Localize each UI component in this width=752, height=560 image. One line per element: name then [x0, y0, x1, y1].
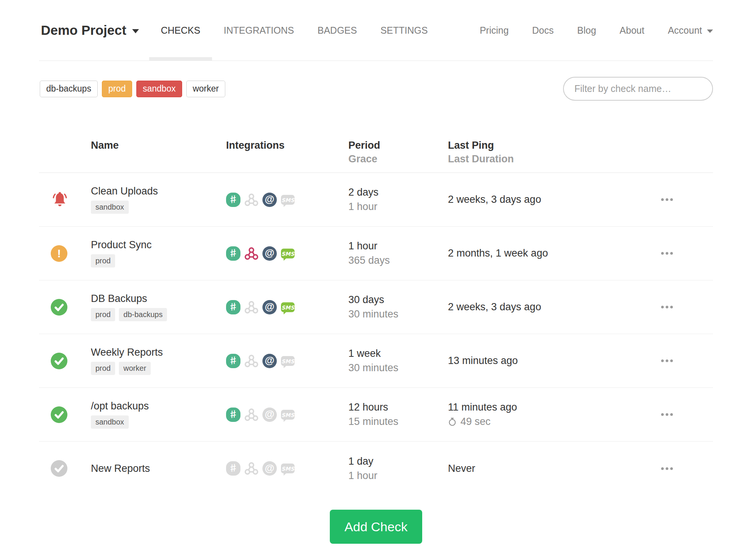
webhook-icon [244, 461, 259, 476]
integrations-cell: # @ SMS [226, 193, 348, 207]
nav-link-pricing[interactable]: Pricing [468, 0, 520, 61]
period-cell: 2 days 1 hour [348, 187, 448, 213]
webhook-icon [244, 408, 259, 422]
last-ping-cell: 2 months, 1 week ago [448, 247, 652, 259]
account-label: Account [668, 25, 702, 36]
tag-chip: db-backups [119, 308, 167, 321]
period-value: 30 days [348, 294, 448, 306]
header-period-grace: Period Grace [348, 138, 448, 166]
tab-settings[interactable]: SETTINGS [369, 0, 440, 61]
page: Demo Project CHECKSINTEGRATIONSBADGESSET… [39, 0, 713, 544]
row-menu-button[interactable] [657, 301, 677, 313]
nav-link-about[interactable]: About [608, 0, 656, 61]
status-cell [39, 460, 91, 477]
nav-links: PricingDocsBlogAbout Account [468, 0, 713, 61]
last-ping-value: 2 months, 1 week ago [448, 247, 652, 259]
checks-table-body: Clean Uploads sandbox # @ SMS 2 days [39, 173, 713, 495]
chevron-down-icon [707, 30, 713, 33]
slack-icon: # [226, 246, 240, 261]
header-grace: Grace [348, 152, 448, 166]
nav-link-blog[interactable]: Blog [565, 0, 608, 61]
period-cell: 1 hour 365 days [348, 240, 448, 266]
check-name[interactable]: DB Backups [91, 293, 226, 305]
last-ping-value: 11 minutes ago [448, 401, 652, 413]
row-menu-button[interactable] [657, 409, 677, 420]
check-tags: prod [91, 254, 226, 268]
filter-tag-worker[interactable]: worker [186, 81, 225, 97]
header-integrations: Integrations [226, 138, 348, 152]
tag-filters: db-backupsprodsandboxworker [40, 81, 225, 97]
account-menu[interactable]: Account [656, 0, 713, 61]
add-check-button[interactable]: Add Check [330, 510, 422, 544]
period-value: 1 week [348, 348, 448, 359]
row-menu-button[interactable] [657, 463, 677, 474]
tag-chip: prod [91, 254, 115, 268]
check-name[interactable]: /opt backups [91, 400, 226, 412]
top-nav: Demo Project CHECKSINTEGRATIONSBADGESSET… [39, 0, 713, 61]
sms-icon: SMS [281, 300, 295, 314]
header-last-duration: Last Duration [448, 152, 652, 166]
project-menu[interactable]: Demo Project [41, 23, 139, 38]
tab-checks[interactable]: CHECKS [149, 0, 212, 61]
check-name[interactable]: Product Sync [91, 239, 226, 251]
check-name[interactable]: New Reports [91, 463, 226, 474]
period-value: 12 hours [348, 401, 448, 413]
tag-chip: sandbox [91, 201, 129, 214]
integrations-cell: # @ SMS [226, 408, 348, 422]
row-menu-cell [652, 409, 713, 420]
period-value: 1 hour [348, 240, 448, 252]
name-cell: Weekly Reports prodworker [91, 347, 226, 375]
period-value: 2 days [348, 187, 448, 198]
tab-badges[interactable]: BADGES [306, 0, 368, 61]
period-cell: 1 day 1 hour [348, 456, 448, 482]
email-icon: @ [262, 461, 277, 476]
ellipsis-icon [661, 252, 664, 255]
chevron-down-icon [132, 29, 139, 33]
svg-text:SMS: SMS [281, 305, 295, 311]
filter-tag-sandbox[interactable]: sandbox [136, 81, 182, 97]
integrations-cell: # @ SMS [226, 300, 348, 314]
nav-link-docs[interactable]: Docs [520, 0, 565, 61]
sms-icon: SMS [281, 354, 295, 368]
table-row: /opt backups sandbox # @ SMS 12 hours [39, 388, 713, 442]
check-name[interactable]: Clean Uploads [91, 185, 226, 197]
last-ping-cell: 11 minutes ago 49 sec [448, 401, 652, 428]
integrations-cell: # @ SMS [226, 354, 348, 368]
tab-integrations[interactable]: INTEGRATIONS [212, 0, 306, 61]
email-icon: @ [262, 408, 277, 422]
status-cell [39, 406, 91, 423]
grace-value: 1 hour [348, 201, 448, 213]
filter-tag-db-backups[interactable]: db-backups [40, 81, 98, 97]
ellipsis-icon [661, 467, 664, 470]
row-menu-button[interactable] [657, 355, 677, 367]
last-duration-value: 49 sec [460, 416, 491, 428]
row-menu-button[interactable] [657, 194, 677, 205]
email-icon: @ [262, 193, 277, 207]
status-cell: ! [39, 245, 91, 262]
search-input[interactable] [563, 77, 713, 101]
svg-text:SMS: SMS [281, 197, 295, 203]
last-duration: 49 sec [448, 416, 652, 428]
slack-icon: # [226, 461, 240, 476]
check-name[interactable]: Weekly Reports [91, 347, 226, 358]
tag-chip: worker [119, 362, 151, 375]
grace-value: 30 minutes [348, 362, 448, 374]
last-ping-cell: 13 minutes ago [448, 355, 652, 367]
grace-value: 30 minutes [348, 308, 448, 320]
table-row: New Reports # @ SMS 1 day 1 hou [39, 442, 713, 495]
header-period: Period [348, 138, 448, 152]
sms-icon: SMS [281, 408, 295, 422]
ellipsis-icon [661, 306, 664, 308]
check-icon [51, 406, 67, 423]
period-value: 1 day [348, 456, 448, 467]
filter-tag-prod[interactable]: prod [102, 81, 132, 97]
check-icon [51, 353, 67, 369]
integrations-cell: # @ SMS [226, 246, 348, 261]
email-icon: @ [262, 246, 277, 261]
webhook-icon [244, 300, 259, 314]
row-menu-button[interactable] [657, 247, 677, 259]
check-tags: proddb-backups [91, 308, 226, 321]
period-cell: 30 days 30 minutes [348, 294, 448, 320]
row-menu-cell [652, 301, 713, 313]
table-row: Weekly Reports prodworker # @ SMS 1 we [39, 334, 713, 388]
